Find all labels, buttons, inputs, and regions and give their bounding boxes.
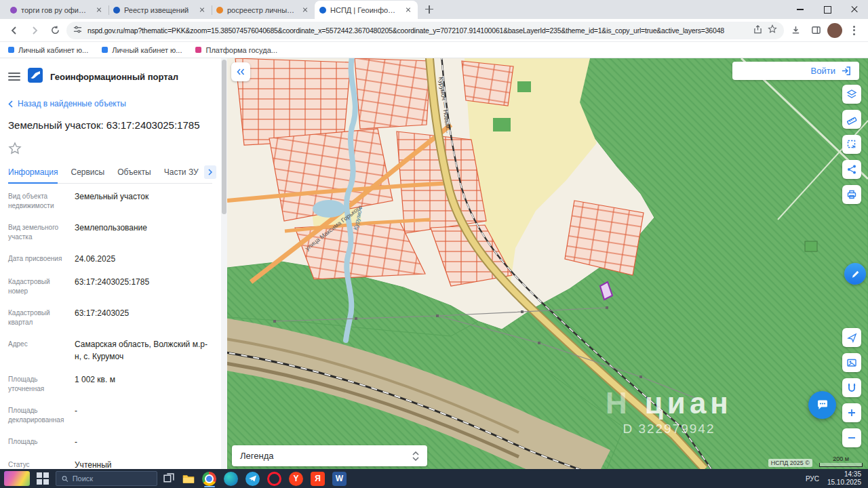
bookmark-item[interactable]: Личный кабинет ю...: [8, 46, 88, 54]
browser-tab[interactable]: торги гов ру официальный сай: [5, 1, 108, 19]
map-image[interactable]: Курумоч — Новый... улица Максима Горьког…: [227, 58, 868, 469]
browser-tab[interactable]: росреестр личный кабинет —: [212, 1, 315, 19]
collapse-panel-button[interactable]: [231, 62, 250, 81]
zoom-in-button[interactable]: [842, 403, 861, 422]
locate-button[interactable]: [842, 328, 861, 347]
bookmark-item[interactable]: Личный кабинет ю...: [102, 46, 182, 54]
scale-label: 200 м: [833, 455, 849, 462]
screenshot-button[interactable]: [842, 353, 861, 372]
zoom-controls: [842, 403, 861, 447]
close-icon[interactable]: [841, 0, 868, 19]
print-icon: [846, 189, 857, 200]
tab-services[interactable]: Сервисы: [71, 163, 104, 183]
map-attribution-area: НСПД 2025 © 200 м: [768, 455, 863, 467]
yandex-icon[interactable]: Я: [311, 469, 325, 488]
tab-close-icon[interactable]: [94, 5, 104, 15]
bookmark-item[interactable]: Платформа госуда...: [195, 46, 277, 54]
task-view-icon[interactable]: [163, 469, 175, 488]
field-row: Кадастровый номер63:17:2403025:1785: [8, 270, 212, 302]
field-row: СтатусУчтенный: [8, 453, 212, 469]
taskbar-clock[interactable]: 14:35 15.10.2025: [827, 470, 861, 487]
telegram-icon[interactable]: [245, 469, 260, 488]
tab-favicon: [319, 7, 326, 14]
tab-information[interactable]: Информация: [8, 163, 58, 184]
menu-icon[interactable]: [8, 73, 20, 81]
tab-favicon: [216, 7, 223, 14]
downloads-icon[interactable]: [787, 22, 804, 39]
browser-tab[interactable]: Реестр извещений: [108, 1, 212, 19]
login-icon: [841, 66, 851, 76]
snap-button[interactable]: [842, 378, 861, 397]
widgets-thumbnail[interactable]: [4, 471, 30, 486]
map-canvas[interactable]: Курумоч — Новый... улица Максима Горьког…: [227, 58, 868, 469]
favorite-star-icon[interactable]: [8, 142, 22, 155]
forward-icon[interactable]: [26, 22, 43, 39]
yandex-browser-icon[interactable]: Y: [289, 469, 303, 488]
browser-navbar: nspd.gov.ru/map?thematic=PKK&zoom=15.385…: [0, 19, 868, 42]
opera-icon[interactable]: O: [267, 469, 281, 488]
object-info-panel: Геоинформационный портал Назад в найденн…: [0, 58, 227, 469]
bookmark-label: Личный кабинет ю...: [112, 46, 182, 54]
tab-label: торги гов ру официальный сай: [21, 6, 90, 14]
zoom-out-button[interactable]: [842, 428, 861, 447]
minimize-icon[interactable]: [787, 0, 814, 19]
login-label: Войти: [811, 66, 835, 76]
tabs-scroll-right-icon[interactable]: [204, 165, 216, 179]
scrollbar-thumb[interactable]: [222, 60, 226, 214]
taskbar-tray: РУС 14:35 15.10.2025: [806, 470, 864, 487]
explorer-icon[interactable]: [182, 469, 195, 488]
new-tab-button[interactable]: [422, 2, 437, 17]
legend-bar[interactable]: Легенда: [232, 445, 427, 466]
back-icon[interactable]: [5, 22, 23, 39]
map-toolbar-top: [842, 85, 861, 204]
layers-icon: [846, 89, 857, 100]
profile-avatar[interactable]: [827, 23, 842, 38]
tab-parts[interactable]: Части ЗУ: [164, 163, 199, 183]
window-controls: [787, 0, 868, 19]
tab-close-icon[interactable]: [403, 5, 413, 15]
language-indicator[interactable]: РУС: [806, 475, 819, 483]
tab-objects[interactable]: Объекты: [117, 163, 151, 183]
tab-label: росреестр личный кабинет —: [227, 6, 296, 14]
chat-button[interactable]: [808, 391, 836, 419]
browser-tab-active[interactable]: НСПД | Геоинформационный: [315, 1, 418, 19]
url-text[interactable]: nspd.gov.ru/map?thematic=PKK&zoom=15.385…: [87, 26, 748, 35]
scale-bar: 200 м: [819, 455, 863, 467]
side-panel-icon[interactable]: [807, 22, 825, 39]
taskbar-search[interactable]: [56, 471, 157, 486]
tab-favicon: [10, 7, 17, 14]
share-icon[interactable]: [753, 24, 762, 37]
bookmark-star-icon[interactable]: [768, 24, 777, 37]
start-button[interactable]: [36, 472, 50, 485]
select-area-button[interactable]: [842, 135, 861, 154]
print-button[interactable]: [842, 185, 861, 204]
pencil-icon: [850, 269, 861, 279]
field-row: Площадь декларированная-: [8, 399, 212, 430]
share-button[interactable]: [842, 160, 861, 179]
reload-icon[interactable]: [46, 22, 64, 39]
edge-icon[interactable]: [224, 469, 238, 488]
search-input[interactable]: [73, 474, 151, 483]
measure-button[interactable]: [842, 110, 861, 129]
back-to-results-link[interactable]: Назад в найденные объекты: [8, 99, 212, 108]
expand-collapse-icon[interactable]: [412, 451, 419, 461]
field-row: Дата присвоения24.06.2025: [8, 247, 212, 270]
site-settings-icon[interactable]: [73, 24, 82, 37]
url-bar[interactable]: nspd.gov.ru/map?thematic=PKK&zoom=15.385…: [66, 22, 784, 39]
portal-title: Геоинформационный портал: [50, 72, 178, 82]
word-icon[interactable]: W: [332, 469, 347, 488]
layers-button[interactable]: [842, 85, 861, 104]
maximize-icon[interactable]: [814, 0, 841, 19]
tab-close-icon[interactable]: [300, 5, 310, 15]
locate-arrow-icon: [847, 333, 857, 343]
select-area-icon: [846, 139, 857, 150]
field-row: Кадастровый квартал63:17:2403025: [8, 302, 212, 333]
login-button[interactable]: Войти: [732, 62, 859, 80]
draw-button[interactable]: [844, 263, 866, 285]
legend-label: Легенда: [240, 451, 273, 461]
browser-menu-icon[interactable]: [845, 22, 863, 39]
tab-close-icon[interactable]: [197, 5, 207, 15]
chrome-icon[interactable]: [202, 469, 216, 488]
field-row: Вид земельного участкаЗемлепользование: [8, 216, 212, 247]
panel-scrollbar[interactable]: [221, 58, 227, 469]
